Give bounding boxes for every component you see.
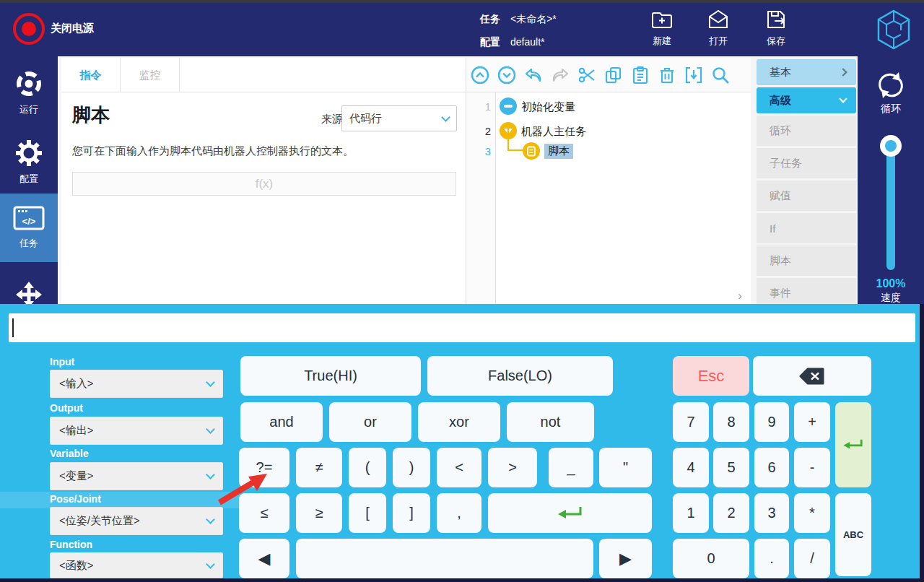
palette-item-event[interactable]: 事件 — [757, 278, 856, 304]
redo-icon[interactable] — [551, 66, 570, 84]
key-paren-close[interactable]: ) — [393, 448, 430, 487]
palette-item-loop[interactable]: 循环 — [757, 116, 856, 146]
palette-item-subtask[interactable]: 子任务 — [757, 148, 856, 178]
key-backspace[interactable] — [753, 356, 871, 396]
key-plus[interactable]: + — [794, 402, 830, 442]
key-paren-open[interactable]: ( — [349, 448, 386, 487]
function-selector[interactable]: <函数> — [50, 552, 223, 578]
tree-node-main-task[interactable]: 机器人主任务 — [521, 125, 586, 139]
loop-mode-icon[interactable] — [875, 69, 907, 101]
power-button[interactable] — [13, 13, 45, 45]
sidebar-item-move[interactable] — [0, 280, 58, 304]
key-question-equals[interactable]: ?= — [239, 448, 289, 487]
key-return[interactable] — [488, 493, 652, 533]
delete-icon[interactable] — [658, 66, 676, 84]
sidebar-item-config[interactable]: 配置 — [0, 139, 58, 186]
key-cursor-right[interactable]: ▶ — [599, 539, 652, 578]
key-less-than[interactable]: < — [437, 448, 481, 487]
key-xor[interactable]: xor — [418, 402, 500, 442]
output-selector[interactable]: <输出> — [50, 417, 223, 445]
svg-text:</>: </> — [22, 216, 36, 227]
sidebar-run-label: 运行 — [0, 103, 58, 116]
tree-node-script-selected[interactable]: 脚本 — [544, 144, 573, 159]
undo-icon[interactable] — [524, 66, 543, 84]
key-bracket-open[interactable]: [ — [349, 493, 386, 533]
key-space[interactable] — [296, 539, 593, 578]
expression-input[interactable] — [9, 313, 915, 342]
key-9[interactable]: 9 — [754, 402, 789, 442]
open-button[interactable]: 打开 — [694, 9, 742, 48]
chevron-down-icon — [839, 95, 847, 103]
cut-icon[interactable] — [578, 66, 596, 84]
key-7[interactable]: 7 — [673, 402, 709, 442]
insert-into-icon[interactable] — [684, 66, 703, 84]
key-greater-equal[interactable]: ≥ — [296, 493, 342, 533]
key-5[interactable]: 5 — [713, 448, 749, 487]
tree-node-init-variables[interactable]: 初始化变量 — [521, 100, 575, 114]
key-false-lo[interactable]: False(LO) — [427, 356, 613, 396]
variable-selector[interactable]: <变量> — [50, 462, 223, 490]
sidebar-item-run[interactable]: 运行 — [0, 69, 58, 116]
key-8[interactable]: 8 — [713, 402, 749, 442]
key-slash[interactable]: / — [794, 539, 830, 578]
config-name-row: 配置default* — [480, 36, 544, 49]
key-1[interactable]: 1 — [673, 493, 709, 533]
key-2[interactable]: 2 — [713, 493, 749, 533]
tree-toolbar — [466, 58, 751, 92]
input-selector[interactable]: <输入> — [50, 370, 223, 398]
key-true-hi[interactable]: True(HI) — [240, 356, 421, 396]
key-bracket-close[interactable]: ] — [393, 493, 430, 533]
key-4[interactable]: 4 — [673, 448, 709, 487]
key-and[interactable]: and — [240, 402, 323, 442]
variable-selector-value: <变量> — [59, 469, 94, 483]
key-abc-mode[interactable]: ABC — [835, 493, 871, 576]
key-minus[interactable]: - — [794, 448, 830, 487]
key-or[interactable]: or — [329, 402, 411, 442]
speed-slider-knob[interactable] — [880, 135, 902, 157]
speed-slider-track[interactable] — [886, 143, 895, 270]
tab-monitor[interactable]: 监控 — [121, 58, 180, 92]
move-down-icon[interactable] — [497, 66, 516, 84]
palette-advanced-label: 高级 — [770, 94, 791, 108]
sidebar-item-task[interactable]: </> 任务 — [0, 204, 58, 250]
chevron-down-icon — [206, 560, 215, 569]
save-label: 保存 — [752, 35, 800, 48]
copy-icon[interactable] — [604, 66, 623, 84]
key-underscore[interactable]: _ — [549, 448, 593, 487]
backspace-icon — [799, 368, 825, 385]
key-escape[interactable]: Esc — [673, 356, 749, 396]
palette-item-assign[interactable]: 赋值 — [757, 181, 856, 211]
tab-instruction[interactable]: 指令 — [61, 58, 121, 92]
key-3[interactable]: 3 — [754, 493, 789, 533]
key-quote[interactable]: " — [599, 448, 652, 487]
tree-expand-button[interactable]: › — [732, 289, 748, 304]
open-label: 打开 — [694, 35, 742, 48]
new-button[interactable]: 新建 — [638, 9, 686, 48]
pose-joint-selector[interactable]: <位姿/关节位置> — [50, 507, 223, 535]
key-greater-than[interactable]: > — [488, 448, 537, 487]
key-6[interactable]: 6 — [754, 448, 789, 487]
palette-item-script[interactable]: 脚本 — [757, 246, 856, 276]
palette-basic-button[interactable]: 基本 — [757, 59, 856, 85]
key-dot[interactable]: . — [754, 539, 789, 578]
key-less-equal[interactable]: ≤ — [239, 493, 289, 533]
init-variables-icon[interactable] — [500, 97, 517, 115]
key-asterisk[interactable]: * — [794, 493, 830, 533]
key-0[interactable]: 0 — [673, 539, 749, 578]
source-select[interactable]: 代码行 — [341, 105, 457, 131]
save-button[interactable]: 保存 — [752, 9, 800, 48]
search-icon[interactable] — [711, 66, 730, 84]
key-not[interactable]: not — [507, 402, 594, 442]
palette-item-if[interactable]: If — [757, 213, 856, 243]
palette-advanced-button[interactable]: 高级 — [757, 87, 856, 113]
key-comma[interactable]: , — [437, 493, 481, 533]
key-numpad-enter[interactable] — [835, 402, 871, 487]
script-code-input[interactable] — [72, 172, 456, 196]
chevron-down-icon — [206, 425, 215, 434]
panel-tabs: 指令 监控 — [61, 58, 466, 92]
script-node-icon[interactable] — [523, 142, 540, 160]
move-up-icon[interactable] — [471, 66, 489, 84]
paste-icon[interactable] — [631, 66, 650, 84]
key-not-equal[interactable]: ≠ — [296, 448, 342, 487]
key-cursor-left[interactable]: ◀ — [239, 539, 289, 578]
